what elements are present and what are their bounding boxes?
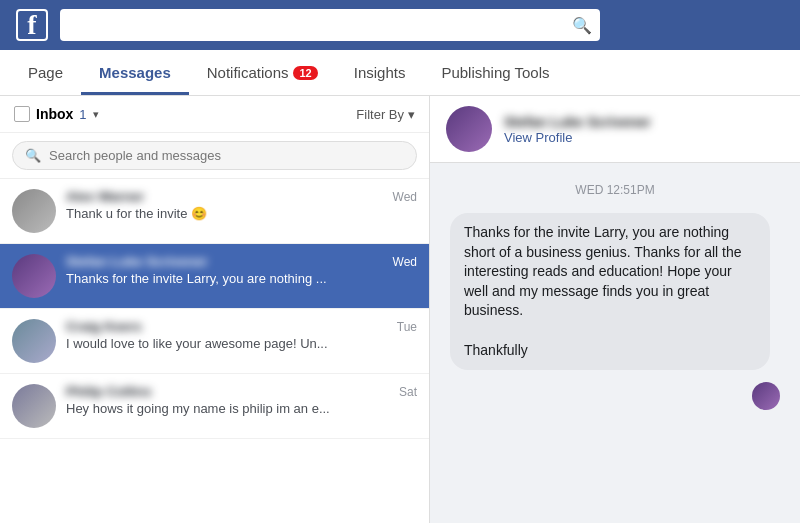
search-messages-icon: 🔍 bbox=[25, 148, 41, 163]
filter-by-button[interactable]: Filter By ▾ bbox=[356, 107, 415, 122]
message-body: Craig Keers Tue I would love to like you… bbox=[66, 319, 417, 351]
message-time: Wed bbox=[393, 190, 417, 204]
timestamp-divider: WED 12:51PM bbox=[450, 183, 780, 197]
search-messages-bar[interactable]: 🔍 bbox=[12, 141, 417, 170]
conversation-header: Stefan Luke Scrivener View Profile bbox=[430, 96, 800, 163]
avatar bbox=[12, 189, 56, 233]
header-search-bar[interactable]: Larry Kim 🔍 bbox=[60, 9, 600, 41]
inbox-label: Inbox 1 ▾ bbox=[14, 106, 99, 122]
inbox-title: Inbox bbox=[36, 106, 73, 122]
conversation-messages: WED 12:51PM Thanks for the invite Larry,… bbox=[430, 163, 800, 523]
avatar bbox=[12, 384, 56, 428]
convo-name: Stefan Luke Scrivener bbox=[504, 114, 651, 130]
incoming-bubble: Thanks for the invite Larry, you are not… bbox=[450, 213, 770, 370]
list-item[interactable]: Philip Collins Sat Hey hows it going my … bbox=[0, 374, 429, 439]
message-time: Tue bbox=[397, 320, 417, 334]
right-panel: Stefan Luke Scrivener View Profile WED 1… bbox=[430, 96, 800, 523]
message-top: Philip Collins Sat bbox=[66, 384, 417, 399]
message-time: Wed bbox=[393, 255, 417, 269]
message-top: Alex Warner Wed bbox=[66, 189, 417, 204]
inbox-chevron-icon[interactable]: ▾ bbox=[93, 108, 99, 121]
convo-info: Stefan Luke Scrivener View Profile bbox=[504, 114, 651, 145]
incoming-message-row: Thanks for the invite Larry, you are not… bbox=[450, 213, 780, 370]
message-time: Sat bbox=[399, 385, 417, 399]
message-body: Philip Collins Sat Hey hows it going my … bbox=[66, 384, 417, 416]
filter-chevron-icon: ▾ bbox=[408, 107, 415, 122]
tab-page[interactable]: Page bbox=[10, 50, 81, 95]
avatar bbox=[12, 254, 56, 298]
search-messages-input[interactable] bbox=[49, 148, 404, 163]
view-profile-link[interactable]: View Profile bbox=[504, 130, 651, 145]
sender-name: Stefan Luke Scrivener bbox=[66, 254, 208, 269]
header: f Larry Kim 🔍 bbox=[0, 0, 800, 50]
sender-name: Philip Collins bbox=[66, 384, 152, 399]
inbox-count: 1 bbox=[79, 107, 86, 122]
message-top: Craig Keers Tue bbox=[66, 319, 417, 334]
inbox-checkbox[interactable] bbox=[14, 106, 30, 122]
message-body: Stefan Luke Scrivener Wed Thanks for the… bbox=[66, 254, 417, 286]
outgoing-avatar bbox=[752, 382, 780, 410]
tab-notifications[interactable]: Notifications 12 bbox=[189, 50, 336, 95]
outgoing-message-row bbox=[450, 382, 780, 410]
message-preview: Hey hows it going my name is philip im a… bbox=[66, 401, 417, 416]
message-preview: Thanks for the invite Larry, you are not… bbox=[66, 271, 417, 286]
message-top: Stefan Luke Scrivener Wed bbox=[66, 254, 417, 269]
message-preview: Thank u for the invite 😊 bbox=[66, 206, 417, 221]
header-search-input[interactable]: Larry Kim bbox=[68, 17, 566, 33]
notifications-badge: 12 bbox=[293, 66, 317, 80]
tab-messages[interactable]: Messages bbox=[81, 50, 189, 95]
list-item[interactable]: Stefan Luke Scrivener Wed Thanks for the… bbox=[0, 244, 429, 309]
search-messages-container: 🔍 bbox=[0, 133, 429, 179]
list-item[interactable]: Alex Warner Wed Thank u for the invite 😊 bbox=[0, 179, 429, 244]
tab-insights[interactable]: Insights bbox=[336, 50, 424, 95]
left-panel: Inbox 1 ▾ Filter By ▾ 🔍 Alex Warner bbox=[0, 96, 430, 523]
sender-name: Alex Warner bbox=[66, 189, 144, 204]
tab-publishing-tools[interactable]: Publishing Tools bbox=[423, 50, 567, 95]
nav-tabs: Page Messages Notifications 12 Insights … bbox=[0, 50, 800, 96]
avatar bbox=[12, 319, 56, 363]
inbox-header: Inbox 1 ▾ Filter By ▾ bbox=[0, 96, 429, 133]
facebook-logo: f bbox=[16, 9, 48, 41]
header-search-icon[interactable]: 🔍 bbox=[572, 16, 592, 35]
message-preview: I would love to like your awesome page! … bbox=[66, 336, 417, 351]
convo-avatar bbox=[446, 106, 492, 152]
main-content: Inbox 1 ▾ Filter By ▾ 🔍 Alex Warner bbox=[0, 96, 800, 523]
message-list: Alex Warner Wed Thank u for the invite 😊… bbox=[0, 179, 429, 523]
list-item[interactable]: Craig Keers Tue I would love to like you… bbox=[0, 309, 429, 374]
sender-name: Craig Keers bbox=[66, 319, 142, 334]
message-body: Alex Warner Wed Thank u for the invite 😊 bbox=[66, 189, 417, 221]
